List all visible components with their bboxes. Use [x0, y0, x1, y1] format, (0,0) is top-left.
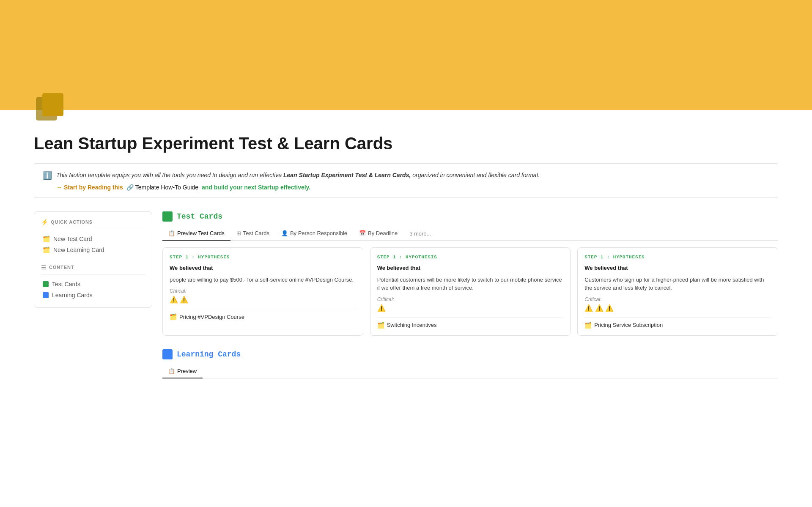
tab-test-icon: ⊞	[236, 230, 241, 236]
tab-person-label: By Person Responsible	[290, 230, 347, 236]
card-3-hypothesis: We believed that	[584, 264, 771, 272]
test-cards-tabs: 📋 Preview Test Cards ⊞ Test Cards 👤 By P…	[162, 227, 778, 241]
test-cards-nav-item[interactable]: Test Cards	[41, 279, 145, 290]
learning-cards-db: Learning Cards 📋 Preview	[162, 349, 778, 378]
tab-preview-label: Preview Test Cards	[177, 230, 225, 236]
test-cards-grid: STEP 1 : HYPOTHESIS We believed that peo…	[162, 247, 778, 336]
sidebar: ⚡ QUICK ACTIONS 🗂️ New Test Card 🗂️ New …	[34, 211, 152, 308]
quick-actions-section: ⚡ QUICK ACTIONS 🗂️ New Test Card 🗂️ New …	[41, 219, 145, 255]
card-2-hypothesis: We believed that	[377, 264, 564, 272]
content-icon: ☰	[41, 264, 47, 271]
learning-tab-icon: 📋	[168, 368, 175, 374]
learning-cards-tabs: 📋 Preview	[162, 364, 778, 378]
callout-link-line: → Start by Reading this 🔗 Template How-T…	[56, 184, 540, 191]
tab-deadline-icon: 📅	[359, 230, 366, 236]
learning-cards-nav-label: Learning Cards	[52, 292, 93, 299]
learning-cards-db-icon	[162, 349, 173, 359]
tab-by-person[interactable]: 👤 By Person Responsible	[275, 227, 353, 241]
test-card-1[interactable]: STEP 1 : HYPOTHESIS We believed that peo…	[162, 247, 363, 336]
quick-actions-header: ⚡ QUICK ACTIONS	[41, 219, 145, 229]
callout-green-text: and build your next Startup effectively.	[202, 184, 310, 191]
test-cards-db-icon	[162, 211, 173, 222]
test-cards-nav-icon	[43, 281, 49, 287]
card-2-warnings: ⚠️	[377, 304, 564, 312]
main-content: Test Cards 📋 Preview Test Cards ⊞ Test C…	[162, 211, 778, 392]
test-card-3[interactable]: STEP 1 : HYPOTHESIS We believed that Cus…	[577, 247, 778, 336]
callout-text: This Notion template equips you with all…	[56, 170, 540, 180]
card-2-footer: 🗂️ Switching Incentives	[377, 317, 564, 329]
tab-by-deadline[interactable]: 📅 By Deadline	[353, 227, 403, 241]
info-icon: ℹ️	[43, 171, 52, 180]
callout-arrow-text: → Start by Reading this	[56, 184, 123, 191]
tab-test-cards[interactable]: ⊞ Test Cards	[230, 227, 275, 241]
info-callout: ℹ️ This Notion template equips you with …	[34, 163, 778, 198]
card-1-footer-icon: 🗂️	[170, 313, 177, 320]
test-card-2[interactable]: STEP 1 : HYPOTHESIS We believed that Pot…	[370, 247, 571, 336]
learning-tab-label: Preview	[177, 368, 197, 374]
card-3-critical: Critical:	[584, 296, 771, 302]
card-3-body: Customers who sign up for a higher-price…	[584, 276, 771, 292]
page-title: Lean Startup Experiment Test & Learn Car…	[0, 134, 812, 153]
card-3-step-label: STEP 1 : HYPOTHESIS	[584, 255, 771, 260]
test-cards-db-title: Test Cards	[177, 212, 222, 221]
guide-link[interactable]: Template How-To Guide	[135, 184, 198, 191]
card-1-critical: Critical:	[170, 288, 356, 294]
tab-test-label: Test Cards	[243, 230, 269, 236]
tab-person-icon: 👤	[281, 230, 288, 236]
card-3-footer-icon: 🗂️	[584, 322, 592, 329]
card-1-hypothesis: We believed that	[170, 264, 356, 272]
new-test-card-item[interactable]: 🗂️ New Test Card	[41, 233, 145, 244]
quick-actions-icon: ⚡	[41, 219, 48, 225]
card-3-warnings: ⚠️ ⚠️ ⚠️	[584, 304, 771, 312]
more-tabs-button[interactable]: 3 more...	[403, 227, 437, 240]
learning-cards-db-title: Learning Cards	[177, 350, 241, 359]
tab-preview-test-cards[interactable]: 📋 Preview Test Cards	[162, 227, 230, 241]
new-learning-card-label: New Learning Card	[53, 247, 104, 253]
card-1-body: people are willing to pay $500.- for a s…	[170, 276, 356, 284]
learning-cards-nav-item[interactable]: Learning Cards	[41, 290, 145, 301]
new-learning-card-item[interactable]: 🗂️ New Learning Card	[41, 244, 145, 255]
tab-preview-icon: 📋	[168, 230, 175, 236]
page-icon	[34, 89, 68, 127]
new-learning-card-icon: 🗂️	[43, 247, 50, 253]
card-2-body: Potential customers will be more likely …	[377, 276, 564, 292]
learning-cards-nav-icon	[43, 292, 49, 298]
svg-rect-1	[42, 93, 63, 116]
test-cards-db: Test Cards 📋 Preview Test Cards ⊞ Test C…	[162, 211, 778, 336]
test-cards-nav-label: Test Cards	[52, 281, 80, 288]
card-1-footer: 🗂️ Pricing #VPDesign Course	[170, 309, 356, 320]
tab-deadline-label: By Deadline	[368, 230, 398, 236]
card-1-warnings: ⚠️ ⚠️	[170, 296, 356, 304]
new-test-card-icon: 🗂️	[43, 236, 50, 242]
quick-actions-label: QUICK ACTIONS	[51, 219, 93, 225]
main-layout: ⚡ QUICK ACTIONS 🗂️ New Test Card 🗂️ New …	[0, 211, 812, 392]
card-2-footer-text: Switching Incentives	[387, 322, 437, 328]
learning-tab-preview[interactable]: 📋 Preview	[162, 364, 203, 378]
content-section: ☰ CONTENT Test Cards Learning Cards	[41, 264, 145, 301]
content-header: ☰ CONTENT	[41, 264, 145, 274]
card-3-footer: 🗂️ Pricing Service Subscription	[584, 317, 771, 329]
card-3-footer-text: Pricing Service Subscription	[594, 322, 663, 328]
card-2-step-label: STEP 1 : HYPOTHESIS	[377, 255, 564, 260]
learning-cards-db-header: Learning Cards	[162, 349, 778, 359]
content-label: CONTENT	[49, 265, 74, 270]
card-1-footer-text: Pricing #VPDesign Course	[179, 314, 244, 320]
new-test-card-label: New Test Card	[53, 236, 92, 242]
card-2-footer-icon: 🗂️	[377, 322, 384, 329]
card-2-critical: Critical:	[377, 296, 564, 302]
test-cards-db-header: Test Cards	[162, 211, 778, 222]
page-icon-area	[0, 89, 812, 127]
card-1-step-label: STEP 1 : HYPOTHESIS	[170, 255, 356, 260]
link-emoji: 🔗	[126, 184, 134, 191]
